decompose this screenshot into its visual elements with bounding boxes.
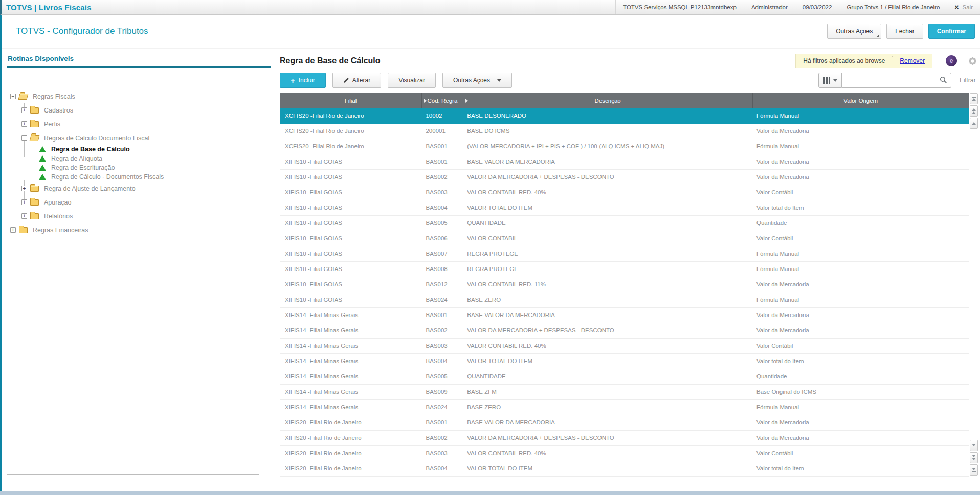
- cell-valor-origem[interactable]: Valor da Mercadoria: [752, 415, 969, 430]
- cell-filial[interactable]: XIFIS10 -Filial GOIAS: [280, 246, 421, 261]
- cell-cod-regra[interactable]: BAS001: [421, 154, 463, 169]
- tree-expander-icon[interactable]: [21, 186, 27, 191]
- cell-cod-regra[interactable]: BAS002: [421, 430, 463, 445]
- column-header-cod-regra[interactable]: Cód. Regra: [421, 93, 463, 108]
- cell-cod-regra[interactable]: BAS024: [421, 292, 463, 307]
- cell-descricao[interactable]: VALOR DA MERCADORIA + DESPESAS - DESCONT…: [463, 430, 752, 445]
- assistant-avatar-icon[interactable]: e: [946, 55, 957, 66]
- table-row[interactable]: XIFIS10 -Filial GOIAS BAS008 REGRA PROTE…: [280, 261, 969, 277]
- tree-item[interactable]: Regra de Ajuste de Lançamento: [7, 182, 259, 195]
- cell-cod-regra[interactable]: BAS005: [421, 215, 463, 231]
- tree-item[interactable]: Perfis: [7, 117, 259, 131]
- tree-item[interactable]: Regras Fiscais: [7, 89, 259, 103]
- view-button[interactable]: Visualizar: [388, 73, 436, 88]
- cell-valor-origem[interactable]: Valor da Mercadoria: [752, 169, 969, 185]
- table-row[interactable]: XIFIS14 -Filial Minas Gerais BAS001 BASE…: [280, 307, 969, 323]
- table-row[interactable]: XIFIS10 -Filial GOIAS BAS004 VALOR TOTAL…: [280, 200, 969, 215]
- column-header-valor-origem[interactable]: Valor Origem: [752, 93, 969, 108]
- cell-valor-origem[interactable]: Valor da Mercadoria: [752, 307, 969, 323]
- table-row[interactable]: XIFIS14 -Filial Minas Gerais BAS005 QUAN…: [280, 369, 969, 384]
- cell-descricao[interactable]: QUANTIDADE: [463, 369, 752, 384]
- table-row[interactable]: XIFIS10 -Filial GOIAS BAS006 VALOR CONTA…: [280, 231, 969, 246]
- tree-item[interactable]: Regras Financeiras: [7, 223, 259, 237]
- cell-descricao[interactable]: VALOR DA MERCADORIA + DESPESAS - DESCONT…: [463, 323, 752, 338]
- settings-gear-icon[interactable]: [968, 57, 977, 65]
- cell-valor-origem[interactable]: Quantidade: [752, 369, 969, 384]
- remove-filter-link[interactable]: Remover: [900, 57, 925, 64]
- tree-item[interactable]: Regra de Cálculo - Documentos Fiscais: [7, 172, 259, 182]
- cell-filial[interactable]: XIFIS20 -Filial Rio de Janeiro: [280, 461, 421, 476]
- tree-item[interactable]: Cadastros: [7, 103, 259, 117]
- cell-filial[interactable]: XCFIS20 -Filial Rio de Janeiro: [280, 123, 421, 139]
- cell-valor-origem[interactable]: Fórmula Manual: [752, 261, 969, 277]
- cell-cod-regra[interactable]: BAS007: [421, 246, 463, 261]
- cell-cod-regra[interactable]: BAS002: [421, 169, 463, 185]
- other-actions-button[interactable]: Outras Ações: [442, 73, 512, 88]
- cell-filial[interactable]: XCFIS20 -Filial Rio de Janeiro: [280, 108, 421, 123]
- table-row[interactable]: XIFIS20 -Filial Rio de Janeiro BAS003 VA…: [280, 445, 969, 461]
- table-row[interactable]: XIFIS20 -Filial Rio de Janeiro BAS002 VA…: [280, 430, 969, 445]
- cell-filial[interactable]: XIFIS14 -Filial Minas Gerais: [280, 338, 421, 353]
- cell-filial[interactable]: XIFIS20 -Filial Rio de Janeiro: [280, 445, 421, 461]
- column-selector-button[interactable]: [818, 73, 842, 88]
- cell-filial[interactable]: XIFIS14 -Filial Minas Gerais: [280, 353, 421, 369]
- cell-valor-origem[interactable]: Quantidade: [752, 215, 969, 231]
- window-other-actions-button[interactable]: Outras Ações: [827, 24, 881, 39]
- cell-valor-origem[interactable]: Valor total do Item: [752, 200, 969, 215]
- table-row[interactable]: XIFIS10 -Filial GOIAS BAS003 VALOR CONTA…: [280, 185, 969, 200]
- cell-valor-origem[interactable]: Fórmula Manual: [752, 108, 969, 123]
- cell-cod-regra[interactable]: BAS006: [421, 231, 463, 246]
- cell-filial[interactable]: XIFIS10 -Filial GOIAS: [280, 277, 421, 292]
- cell-cod-regra[interactable]: BAS004: [421, 461, 463, 476]
- cell-descricao[interactable]: REGRA PROTEGE: [463, 246, 752, 261]
- cell-filial[interactable]: XIFIS10 -Filial GOIAS: [280, 169, 421, 185]
- table-row[interactable]: XIFIS20 -Filial Rio de Janeiro BAS004 VA…: [280, 461, 969, 476]
- cell-descricao[interactable]: BASE VALOR DA MERCADORIA: [463, 307, 752, 323]
- table-row[interactable]: XIFIS10 -Filial GOIAS BAS024 BASE ZERO F…: [280, 292, 969, 307]
- cell-descricao[interactable]: VALOR CONTABIL RED. 40%: [463, 185, 752, 200]
- cell-valor-origem[interactable]: Fórmula Manual: [752, 399, 969, 415]
- tree-item[interactable]: Regra de Escrituração: [7, 163, 259, 172]
- table-row[interactable]: XCFIS20 -Filial Rio de Janeiro 200001 BA…: [280, 123, 969, 139]
- cell-valor-origem[interactable]: Valor total do Item: [752, 353, 969, 369]
- search-input[interactable]: [842, 73, 951, 88]
- cell-descricao[interactable]: VALOR TOTAL DO ITEM: [463, 461, 752, 476]
- close-window-button[interactable]: Fechar: [886, 24, 923, 39]
- cell-cod-regra[interactable]: BAS001: [421, 415, 463, 430]
- tree-expander-icon[interactable]: [21, 199, 27, 205]
- cell-valor-origem[interactable]: Valor da Mercadoria: [752, 123, 969, 139]
- scroll-bottom-button[interactable]: [970, 464, 978, 476]
- cell-valor-origem[interactable]: Valor Contábil: [752, 231, 969, 246]
- table-row[interactable]: XIFIS10 -Filial GOIAS BAS001 BASE VALOR …: [280, 154, 969, 169]
- tree-item[interactable]: Regra de Base de Cálculo: [7, 145, 259, 154]
- cell-cod-regra[interactable]: BAS003: [421, 445, 463, 461]
- cell-descricao[interactable]: VALOR TOTAL DO ITEM: [463, 353, 752, 369]
- table-row[interactable]: XIFIS10 -Filial GOIAS BAS007 REGRA PROTE…: [280, 246, 969, 261]
- tree-expander-icon[interactable]: [21, 107, 27, 113]
- tree-expander-icon[interactable]: [21, 213, 27, 219]
- cell-filial[interactable]: XIFIS14 -Filial Minas Gerais: [280, 323, 421, 338]
- table-row[interactable]: XIFIS10 -Filial GOIAS BAS002 VALOR DA ME…: [280, 169, 969, 185]
- table-row[interactable]: XIFIS10 -Filial GOIAS BAS005 QUANTIDADE …: [280, 215, 969, 231]
- cell-filial[interactable]: XIFIS20 -Filial Rio de Janeiro: [280, 430, 421, 445]
- edit-button[interactable]: Alterar: [332, 73, 381, 88]
- cell-cod-regra[interactable]: BAS024: [421, 399, 463, 415]
- cell-descricao[interactable]: BASE VALOR DA MERCADORIA: [463, 415, 752, 430]
- cell-descricao[interactable]: BASE ZFM: [463, 384, 752, 399]
- cell-descricao[interactable]: QUANTIDADE: [463, 215, 752, 231]
- cell-filial[interactable]: XCFIS20 -Filial Rio de Janeiro: [280, 139, 421, 154]
- cell-filial[interactable]: XIFIS10 -Filial GOIAS: [280, 200, 421, 215]
- cell-cod-regra[interactable]: BAS001: [421, 139, 463, 154]
- table-row[interactable]: XIFIS14 -Filial Minas Gerais BAS004 VALO…: [280, 353, 969, 369]
- cell-descricao[interactable]: VALOR CONTABIL RED. 40%: [463, 338, 752, 353]
- tree-expander-icon[interactable]: [21, 135, 27, 141]
- cell-filial[interactable]: XIFIS10 -Filial GOIAS: [280, 215, 421, 231]
- table-row[interactable]: XIFIS14 -Filial Minas Gerais BAS002 VALO…: [280, 323, 969, 338]
- cell-descricao[interactable]: BASE ZERO: [463, 292, 752, 307]
- cell-descricao[interactable]: BASE VALOR DA MERCADORIA: [463, 154, 752, 169]
- filter-link[interactable]: Filtrar: [960, 77, 976, 84]
- cell-cod-regra[interactable]: BAS001: [421, 307, 463, 323]
- cell-cod-regra[interactable]: BAS003: [421, 338, 463, 353]
- cell-cod-regra[interactable]: BAS009: [421, 384, 463, 399]
- cell-filial[interactable]: XIFIS14 -Filial Minas Gerais: [280, 369, 421, 384]
